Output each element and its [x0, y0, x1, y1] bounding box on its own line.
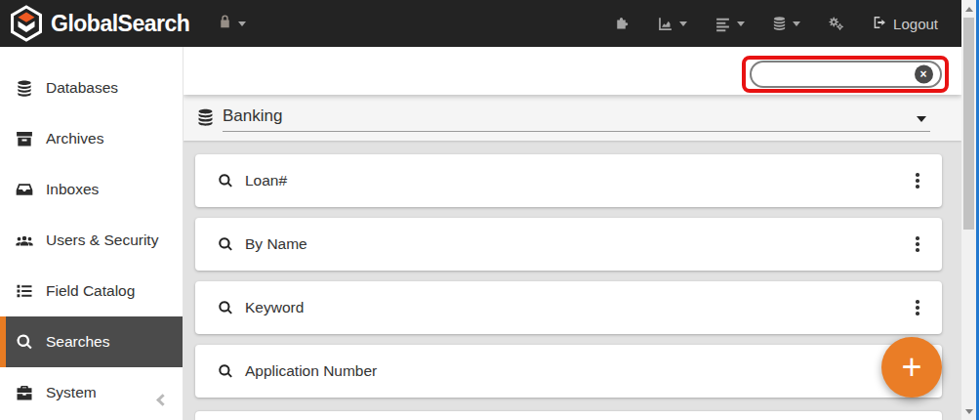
puzzle-icon: [613, 16, 630, 32]
scroll-down-arrow[interactable]: [961, 404, 976, 418]
sidebar-item-field-catalog[interactable]: Field Catalog: [0, 266, 183, 316]
database-icon: [195, 106, 216, 132]
logout-icon: [872, 15, 887, 33]
databases-menu-button[interactable]: [771, 15, 800, 32]
search-item-label: Application Number: [245, 362, 377, 380]
scroll-up-arrow[interactable]: [961, 2, 976, 16]
settings-button[interactable]: [827, 15, 845, 32]
database-dropdown[interactable]: Banking: [223, 102, 930, 132]
search-header-bar: ×: [184, 47, 961, 95]
search-list-item-partial[interactable]: [195, 411, 942, 420]
clear-x-icon: ×: [919, 67, 926, 81]
sidebar-item-label: Archives: [46, 130, 103, 147]
sidebar-item-archives[interactable]: Archives: [0, 113, 183, 164]
lock-icon: [217, 14, 233, 34]
clear-search-button[interactable]: ×: [915, 65, 933, 84]
chevron-down-icon: [737, 21, 745, 26]
sidebar-item-label: Inboxes: [46, 181, 99, 198]
search-item-label: By Name: [245, 235, 307, 253]
sidebar-item-label: System: [46, 384, 97, 401]
database-icon: [771, 15, 788, 32]
sidebar-item-searches[interactable]: Searches: [0, 316, 183, 367]
reports-button[interactable]: [656, 16, 687, 32]
workflow-button[interactable]: [613, 16, 630, 32]
archive-icon: [14, 128, 35, 149]
users-icon: [14, 230, 35, 251]
navbar-tools: Logout: [613, 15, 961, 33]
search-list-item-keyword[interactable]: Keyword: [195, 281, 942, 334]
sidebar-item-databases[interactable]: Databases: [0, 63, 183, 113]
left-sidebar: Databases Archives Inboxes Users & Secur…: [0, 47, 184, 420]
database-selector-bar: Banking: [184, 95, 961, 141]
briefcase-icon: [14, 382, 35, 403]
red-highlight-annotation: ×: [742, 56, 949, 93]
search-list-item-by-name[interactable]: By Name: [195, 218, 942, 271]
plus-icon: +: [901, 350, 921, 385]
sidebar-item-users-security[interactable]: Users & Security: [0, 215, 183, 266]
main-content: × Banking Loan# By Na: [184, 47, 961, 420]
search-icon: [217, 299, 234, 316]
brand: GlobalSearch: [10, 5, 189, 42]
search-list-item-application-number[interactable]: Application Number: [195, 345, 942, 398]
gears-icon: [827, 15, 845, 32]
lock-menu-button[interactable]: [217, 14, 246, 34]
sidebar-item-label: Searches: [46, 333, 109, 351]
field-catalog-icon: [14, 280, 35, 302]
chevron-down-icon: [679, 21, 687, 26]
list-bars-icon: [714, 16, 732, 32]
triangle-up-icon: [965, 7, 973, 12]
search-item-label: Keyword: [245, 299, 304, 316]
search-item-label: Loan#: [245, 172, 287, 189]
add-search-fab-button[interactable]: +: [881, 337, 942, 398]
vertical-scrollbar[interactable]: [961, 0, 976, 420]
database-icon: [14, 77, 35, 99]
sidebar-item-label: Users & Security: [46, 231, 158, 249]
item-options-kebab-icon[interactable]: [907, 230, 928, 259]
search-list-item-loan[interactable]: Loan#: [195, 154, 942, 207]
chevron-down-icon: [793, 21, 800, 26]
sidebar-item-label: Field Catalog: [46, 282, 135, 300]
search-icon: [217, 172, 234, 189]
search-icon: [217, 235, 234, 253]
sidebar-item-label: Databases: [46, 79, 118, 97]
scrollbar-thumb[interactable]: [963, 18, 974, 230]
chevron-down-icon: [238, 21, 246, 26]
quick-search-input[interactable]: [750, 61, 942, 88]
sidebar-collapse-button[interactable]: [151, 391, 169, 408]
logout-button[interactable]: Logout: [872, 15, 938, 33]
brand-title: GlobalSearch: [51, 11, 189, 37]
lists-button[interactable]: [714, 16, 745, 32]
window-edge-highlight: [976, 0, 979, 420]
sidebar-item-inboxes[interactable]: Inboxes: [0, 164, 183, 215]
chevron-left-icon: [156, 394, 169, 406]
search-icon: [14, 331, 35, 353]
area-chart-icon: [656, 16, 674, 32]
item-options-kebab-icon[interactable]: [907, 166, 928, 195]
item-options-kebab-icon[interactable]: [907, 293, 928, 322]
logout-label: Logout: [893, 16, 938, 32]
triangle-down-icon: [965, 409, 973, 414]
globalsearch-logo-icon: [10, 5, 43, 42]
top-navbar: GlobalSearch: [0, 0, 961, 47]
caret-down-icon: [917, 116, 926, 122]
inbox-icon: [14, 179, 35, 200]
database-dropdown-value: Banking: [223, 106, 282, 125]
search-icon: [217, 362, 234, 380]
globalsearch-window: GlobalSearch: [0, 0, 980, 420]
